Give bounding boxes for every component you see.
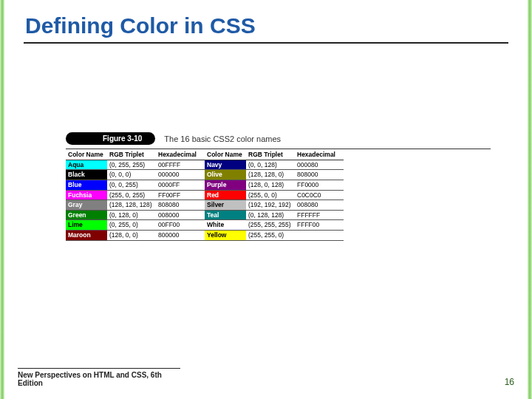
color-rgb: (128, 128, 0) xyxy=(246,170,295,180)
slide-body: Defining Color in CSS Figure 3-10 The 16… xyxy=(4,0,528,399)
color-swatch: Fuchsia xyxy=(66,191,107,201)
color-rgb: (0, 255, 0) xyxy=(107,220,156,231)
color-rgb: (255, 0, 0) xyxy=(246,191,295,201)
figure-label: Figure 3-10 xyxy=(66,132,155,145)
color-hex: FF00FF xyxy=(156,191,205,201)
color-rgb: (0, 0, 255) xyxy=(107,180,156,191)
color-rgb: (255, 0, 255) xyxy=(107,191,156,201)
footer-page-number: 16 xyxy=(505,377,514,387)
color-swatch: Navy xyxy=(205,160,246,171)
color-swatch: Gray xyxy=(66,200,107,211)
color-hex: 00FFFF xyxy=(156,160,205,171)
slide-title: Defining Color in CSS xyxy=(25,13,507,38)
color-hex: 800000 xyxy=(156,231,205,241)
color-hex: 00FF00 xyxy=(156,220,205,231)
color-rgb: (0, 0, 128) xyxy=(246,160,295,171)
slide-footer: New Perspectives on HTML and CSS, 6th Ed… xyxy=(18,368,514,387)
color-swatch: Green xyxy=(66,211,107,221)
color-rgb: (0, 128, 0) xyxy=(107,211,156,221)
color-hex: C0C0C0 xyxy=(295,191,344,201)
th-color-name: Color Name xyxy=(66,149,107,160)
color-swatch: Blue xyxy=(66,180,107,191)
color-swatch: Lime xyxy=(66,220,107,231)
color-hex: 0000FF xyxy=(156,180,205,191)
color-swatch: White xyxy=(205,220,246,231)
color-rgb: (0, 128, 128) xyxy=(246,211,295,221)
color-hex: 000080 xyxy=(295,160,344,171)
color-swatch: Purple xyxy=(205,180,246,191)
color-hex: 008080 xyxy=(295,200,344,211)
color-hex: 808000 xyxy=(295,170,344,180)
figure: Figure 3-10 The 16 basic CSS2 color name… xyxy=(66,132,491,241)
color-hex: FFFFFF xyxy=(295,211,344,221)
color-swatch: Red xyxy=(205,191,246,201)
figure-caption: The 16 basic CSS2 color names xyxy=(164,134,281,143)
figure-header: Figure 3-10 The 16 basic CSS2 color name… xyxy=(66,132,491,145)
color-swatch: Teal xyxy=(205,211,246,221)
color-hex: 008000 xyxy=(156,211,205,221)
th-rgb-2: RGB Triplet xyxy=(246,149,295,160)
color-hex: 000000 xyxy=(156,170,205,180)
color-rgb: (255, 255, 0) xyxy=(246,231,295,241)
color-swatch: Yellow xyxy=(205,231,246,241)
color-hex xyxy=(295,231,344,241)
title-underline xyxy=(24,42,508,44)
color-rgb: (0, 255, 255) xyxy=(107,160,156,171)
th-color-name-2: Color Name xyxy=(205,149,246,160)
color-rgb: (128, 0, 128) xyxy=(246,180,295,191)
color-rgb: (128, 128, 128) xyxy=(107,200,156,211)
slide-edge-right xyxy=(528,0,532,399)
color-swatch: Black xyxy=(66,170,107,180)
color-table: Color NameRGB TripletHexadecimalColor Na… xyxy=(66,149,491,241)
color-swatch: Maroon xyxy=(66,231,107,241)
color-hex: FFFF00 xyxy=(295,220,344,231)
color-swatch: Olive xyxy=(205,170,246,180)
footer-book-title: New Perspectives on HTML and CSS, 6th Ed… xyxy=(18,368,180,387)
th-hex-2: Hexadecimal xyxy=(295,149,344,160)
color-rgb: (192, 192, 192) xyxy=(246,200,295,211)
color-swatch: Silver xyxy=(205,200,246,211)
th-rgb: RGB Triplet xyxy=(107,149,156,160)
color-rgb: (0, 0, 0) xyxy=(107,170,156,180)
color-hex: 808080 xyxy=(156,200,205,211)
color-rgb: (128, 0, 0) xyxy=(107,231,156,241)
color-rgb: (255, 255, 255) xyxy=(246,220,295,231)
color-hex: FF0000 xyxy=(295,180,344,191)
th-hex: Hexadecimal xyxy=(156,149,205,160)
color-swatch: Aqua xyxy=(66,160,107,171)
